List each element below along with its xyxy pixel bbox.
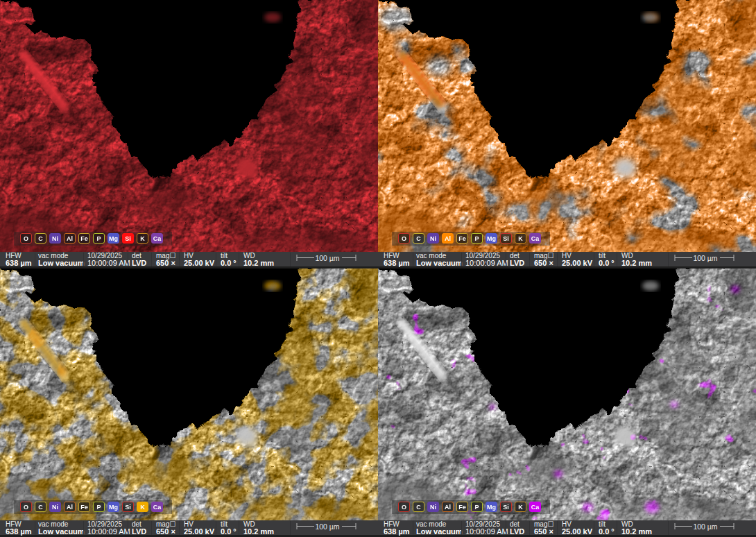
svg-text:100 µm: 100 µm: [315, 254, 339, 262]
svg-text:100 µm: 100 µm: [693, 522, 717, 531]
svg-text:100 µm: 100 µm: [693, 254, 717, 262]
svg-text:100 µm: 100 µm: [315, 522, 339, 531]
